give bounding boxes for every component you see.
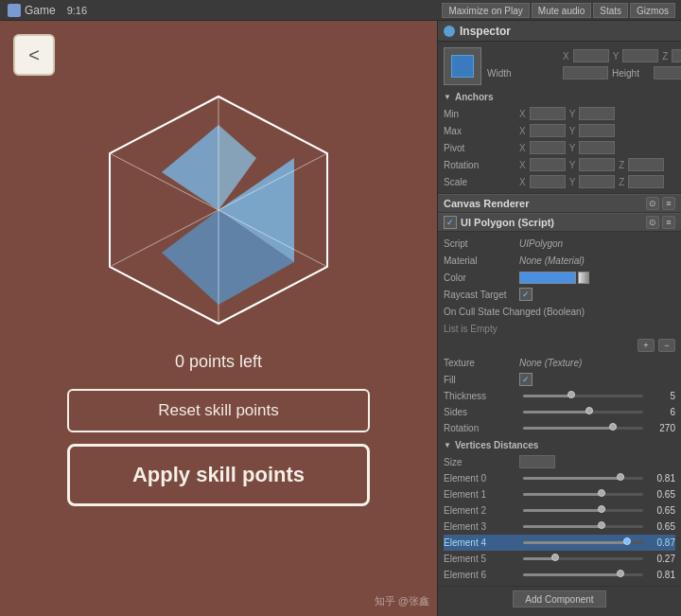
- script-value: UIPolygon: [519, 238, 563, 249]
- anchor-max-y[interactable]: 0.5: [579, 124, 615, 137]
- game-icon: [8, 4, 21, 17]
- element-track-5[interactable]: [523, 557, 643, 560]
- vertices-label: Vertices Distances: [455, 440, 538, 450]
- element-row-3: Element 30.65: [444, 519, 675, 535]
- game-tab-title[interactable]: Game: [25, 4, 56, 17]
- svg-marker-2: [162, 125, 218, 210]
- vertices-arrow: ▼: [444, 441, 451, 449]
- canvas-renderer-icon2[interactable]: ≡: [662, 197, 675, 210]
- vertices-size-input[interactable]: 7: [519, 455, 555, 468]
- anchors-min-row: Min X 0.5 Y 0.5: [444, 105, 675, 122]
- rect-transform-section: X 0 Y 133 Z 0 Width 606 Height: [438, 42, 681, 194]
- element-track-0[interactable]: [523, 477, 643, 480]
- maximize-on-play-btn[interactable]: Maximize on Play: [442, 3, 529, 18]
- hex-container: [86, 78, 351, 343]
- element-track-4[interactable]: [523, 541, 643, 544]
- list-empty-row: List is Empty: [444, 320, 675, 337]
- thickness-row: Thickness 5: [444, 388, 675, 404]
- raycast-checkbox[interactable]: [519, 288, 533, 301]
- element-row-4: Element 40.87: [444, 535, 675, 551]
- inspector-title: Inspector: [460, 25, 511, 38]
- remove-element-btn[interactable]: −: [658, 339, 675, 352]
- ui-polygon-icon2[interactable]: ≡: [662, 216, 675, 229]
- material-value: None (Material): [519, 255, 585, 266]
- element-track-3[interactable]: [523, 525, 643, 528]
- rot-x[interactable]: 0: [530, 158, 566, 171]
- back-button[interactable]: <: [13, 34, 55, 76]
- rot-y[interactable]: 0: [579, 158, 615, 171]
- canvas-renderer-icon1[interactable]: ⊙: [646, 197, 659, 210]
- ui-polygon-icon1[interactable]: ⊙: [646, 216, 659, 229]
- anchor-max-x[interactable]: 0.5: [530, 124, 566, 137]
- thickness-slider[interactable]: [523, 395, 643, 397]
- material-row: Material None (Material): [444, 252, 675, 269]
- points-label: 0 points left: [175, 352, 262, 372]
- vertices-header[interactable]: ▼ Vertices Distances: [444, 436, 675, 453]
- watermark: 知乎 @张鑫: [375, 594, 429, 608]
- color-picker-icon[interactable]: [578, 272, 589, 284]
- pos-z-input[interactable]: 0: [672, 49, 681, 62]
- element-track-2[interactable]: [523, 509, 643, 512]
- anchors-arrow: ▼: [444, 93, 451, 101]
- thickness-value: 5: [647, 391, 675, 401]
- width-input[interactable]: 606: [563, 66, 608, 79]
- sides-slider[interactable]: [523, 411, 643, 414]
- canvas-renderer-header: Canvas Renderer ⊙ ≡: [438, 194, 681, 213]
- add-remove-row: + −: [444, 337, 675, 354]
- gizmos-btn[interactable]: Gizmos: [630, 3, 675, 18]
- pos-y-input[interactable]: 133: [622, 49, 658, 62]
- sides-thumb: [585, 407, 593, 414]
- fill-row: Fill: [444, 371, 675, 388]
- element-row-0: Element 00.81: [444, 470, 675, 486]
- sides-row: Sides 6: [444, 404, 675, 420]
- pos-x-input[interactable]: 0: [573, 49, 609, 62]
- sides-fill: [523, 411, 589, 414]
- scale-z[interactable]: 1: [628, 175, 664, 188]
- ui-polygon-header: UI Polygon (Script) ⊙ ≡: [438, 213, 681, 232]
- rotation-row: Rotation X 0 Y 0 Z 0: [444, 156, 675, 173]
- fill-checkbox[interactable]: [519, 373, 533, 386]
- apply-skill-points-btn[interactable]: Apply skill points: [67, 444, 370, 506]
- scale-x[interactable]: 1: [530, 175, 566, 188]
- add-component-btn[interactable]: Add Component: [513, 590, 605, 607]
- inspector-panel: Inspector X 0 Y 133 Z: [437, 21, 681, 616]
- vertices-size-row: Size 7: [444, 453, 675, 470]
- stats-btn[interactable]: Stats: [593, 3, 628, 18]
- add-element-btn[interactable]: +: [637, 339, 655, 352]
- anchor-min-x[interactable]: 0.5: [530, 107, 566, 120]
- element-row-1: Element 10.65: [444, 486, 675, 502]
- top-bar-controls: Maximize on Play Mute audio Stats Gizmos: [436, 3, 681, 18]
- rotation-fill: [523, 427, 613, 430]
- elements-container: Element 00.81Element 10.65Element 20.65E…: [444, 470, 675, 583]
- game-viewport: < 0 points left: [0, 21, 437, 616]
- main-area: < 0 points left: [0, 21, 681, 616]
- ui-polygon-title: UI Polygon (Script): [461, 217, 646, 228]
- element-row-5: Element 50.27: [444, 551, 675, 567]
- height-input[interactable]: 606: [654, 66, 681, 79]
- rotation-slider[interactable]: [523, 427, 643, 430]
- rotation-thumb: [609, 423, 617, 431]
- anchors-max-row: Max X 0.5 Y 0.5: [444, 122, 675, 139]
- element-track-6[interactable]: [523, 573, 643, 576]
- anchors-header[interactable]: ▼ Anchors: [444, 88, 675, 105]
- pivot-x[interactable]: 0.5: [530, 141, 566, 154]
- element-track-1[interactable]: [523, 493, 643, 496]
- script-row: Script UIPolygon: [444, 235, 675, 252]
- inspector-icon: [444, 26, 455, 37]
- texture-value: None (Texture): [519, 358, 582, 368]
- mute-audio-btn[interactable]: Mute audio: [532, 3, 591, 18]
- canvas-renderer-icons: ⊙ ≡: [646, 197, 675, 210]
- rect-preview: [444, 47, 481, 85]
- texture-row: Texture None (Texture): [444, 354, 675, 371]
- ui-polygon-checkbox[interactable]: [444, 216, 457, 229]
- color-swatch[interactable]: [519, 272, 576, 284]
- top-bar-left: Game 9:16: [0, 4, 95, 17]
- scale-y[interactable]: 1: [579, 175, 615, 188]
- ui-polygon-section: Script UIPolygon Material None (Material…: [438, 232, 681, 587]
- anchors-label: Anchors: [455, 92, 494, 102]
- pivot-y[interactable]: 0.5: [579, 141, 615, 154]
- rotation-value: 270: [647, 423, 675, 433]
- reset-skill-points-btn[interactable]: Reset skill points: [67, 389, 370, 432]
- anchor-min-y[interactable]: 0.5: [579, 107, 615, 120]
- rot-z[interactable]: 0: [628, 158, 664, 171]
